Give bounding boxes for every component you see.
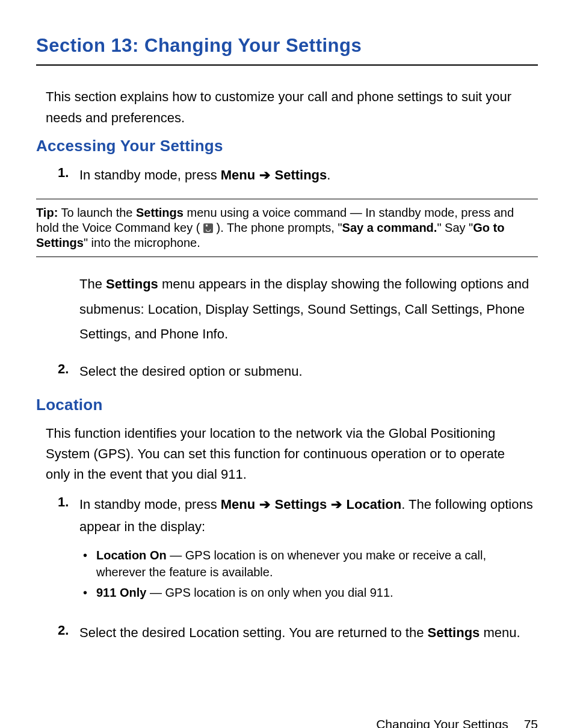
text-fragment: In standby mode, press (79, 167, 221, 182)
text-fragment: The (79, 276, 106, 291)
step-number: 2. (58, 621, 79, 644)
tip-label: Tip: (36, 206, 58, 219)
option-title: Location On (96, 549, 167, 562)
option-desc: — GPS location is on only when you dial … (146, 586, 393, 599)
arrow-icon: ➔ (259, 167, 271, 182)
location-options-list: • Location On — GPS location is on whene… (83, 547, 538, 601)
step-text: Select the desired option or submenu. (79, 360, 538, 382)
intro-text: This section explains how to customize y… (46, 86, 528, 128)
location-step-1: 1. In standby mode, press Menu ➔ Setting… (58, 493, 538, 609)
arrow-icon: ➔ (259, 497, 271, 512)
location-intro: This function identifies your location t… (46, 423, 528, 485)
text-fragment: menu. (480, 625, 520, 640)
text-fragment: ). The phone prompts, " (213, 221, 342, 234)
menu-label: Menu (221, 497, 255, 512)
option-title: 911 Only (96, 586, 146, 599)
step-number: 1. (58, 493, 79, 609)
menu-label: Menu (221, 167, 255, 182)
text-fragment: Settings (136, 206, 184, 219)
settings-label: Settings (275, 167, 327, 182)
settings-label: Settings (275, 497, 327, 512)
text-fragment: " into the microphone. (84, 236, 200, 249)
text-fragment: In standby mode, press (79, 497, 221, 512)
bullet-icon: • (83, 584, 87, 601)
text-fragment: . (327, 167, 330, 182)
location-step-2: 2. Select the desired Location setting. … (58, 621, 538, 644)
arrow-icon: ➔ (330, 497, 342, 512)
text-fragment: To launch the (58, 206, 136, 219)
list-item: • Location On — GPS location is on whene… (83, 547, 538, 580)
footer-section-name: Changing Your Settings (376, 717, 508, 728)
bullet-icon: • (83, 547, 87, 564)
accessing-step-2: 2. Select the desired option or submenu. (58, 360, 538, 382)
heading-location: Location (36, 394, 538, 415)
tip-box: Tip: To launch the Settings menu using a… (36, 199, 538, 257)
text-fragment: Settings (428, 625, 480, 640)
voice-command-icon (203, 223, 213, 233)
text-fragment: Settings (106, 276, 158, 291)
step-number: 1. (58, 164, 79, 186)
step-text: Select the desired Location setting. You… (79, 621, 538, 644)
location-label: Location (347, 497, 402, 512)
text-fragment: Say a command. (342, 221, 437, 234)
step-text: In standby mode, press Menu ➔ Settings ➔… (79, 493, 538, 609)
section-title: Section 13: Changing Your Settings (36, 33, 538, 66)
text-fragment: Select the desired Location setting. You… (79, 625, 428, 640)
list-item: • 911 Only — GPS location is on only whe… (83, 584, 538, 601)
step-number: 2. (58, 360, 79, 382)
page-number: 75 (524, 717, 538, 728)
accessing-step-1: 1. In standby mode, press Menu ➔ Setting… (58, 164, 538, 186)
text-fragment: " Say " (437, 221, 473, 234)
heading-accessing: Accessing Your Settings (36, 135, 538, 157)
step-text: In standby mode, press Menu ➔ Settings. (79, 164, 538, 186)
settings-menu-description: The Settings menu appears in the display… (79, 272, 538, 347)
page-footer: Changing Your Settings75 (36, 716, 538, 728)
